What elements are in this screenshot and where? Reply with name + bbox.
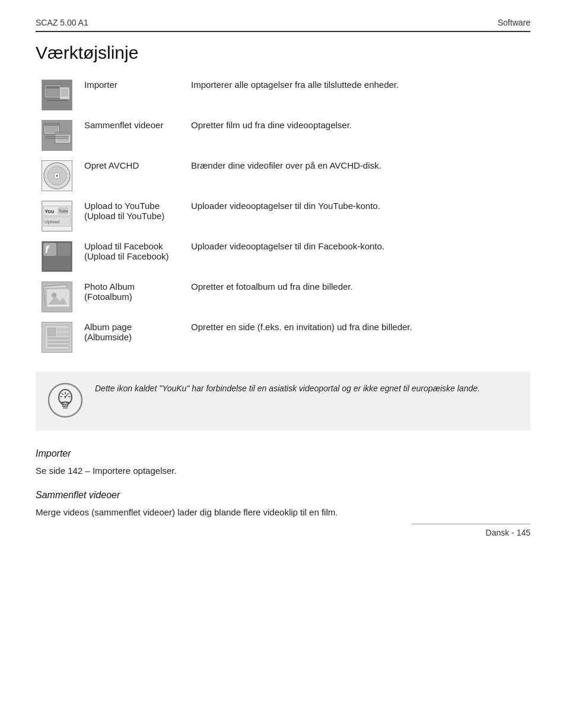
header-right: Software: [498, 18, 530, 27]
page-title: Værktøjslinje: [36, 43, 530, 63]
toolbar-item-description: Uploader videooptagelser til din Faceboo…: [185, 236, 530, 277]
page-header: SCAZ 5.00 A1 Software: [36, 18, 530, 32]
footer-label: Dansk - 145: [486, 528, 530, 537]
toolbar-icon-cell: [36, 317, 78, 357]
toolbar-table: ImporterImporterer alle optagelser fra a…: [36, 75, 530, 357]
toolbar-icon-cell: [36, 156, 78, 196]
tip-box: Dette ikon kaldet "YouKu" har forbindels…: [36, 372, 530, 431]
toolbar-item-description: Brænder dine videofiler over på en AVCHD…: [185, 156, 530, 196]
toolbar-item-description: Opretter film ud fra dine videooptagelse…: [185, 115, 530, 156]
toolbar-row: Sammenflet videoerOpretter film ud fra d…: [36, 115, 530, 156]
toolbar-icon-cell: You Tube Upload: [36, 196, 78, 236]
toolbar-row: Opret AVCHDBrænder dine videofiler over …: [36, 156, 530, 196]
svg-rect-48: [47, 341, 68, 343]
tip-icon: [47, 382, 83, 420]
toolbar-item-name: Opret AVCHD: [78, 156, 185, 196]
toolbar-item-name: Upload til Facebook (Upload til Facebook…: [78, 236, 185, 277]
icon-importer: [42, 80, 72, 110]
toolbar-row: f Upload til Facebook (Upload til Facebo…: [36, 236, 530, 277]
svg-point-20: [56, 175, 58, 177]
svg-rect-13: [55, 132, 71, 135]
toolbar-item-name: Album page (Albumside): [78, 317, 185, 357]
svg-rect-9: [45, 125, 58, 133]
svg-line-56: [67, 393, 69, 395]
toolbar-row: Album page (Albumside)Opretter en side (…: [36, 317, 530, 357]
svg-rect-47: [47, 337, 68, 340]
svg-line-55: [62, 393, 63, 395]
toolbar-row: ImporterImporterer alle optagelser fra a…: [36, 75, 530, 115]
toolbar-item-description: Uploader videooptagelser til din YouTube…: [185, 196, 530, 236]
svg-text:You: You: [44, 208, 54, 214]
header-left: SCAZ 5.00 A1: [36, 18, 88, 27]
svg-rect-12: [56, 134, 69, 142]
icon-facebook: f: [42, 241, 72, 272]
section-heading-1: Sammenflet videoer: [36, 490, 530, 501]
toolbar-row: You Tube Upload Upload to YouTube (Uploa…: [36, 196, 530, 236]
svg-rect-6: [61, 88, 68, 97]
section-body-0: Se side 142 – Importere optagelser.: [36, 464, 530, 478]
svg-line-62: [65, 395, 67, 397]
toolbar-item-name: Sammenflet videoer: [78, 115, 185, 156]
icon-avchd: [42, 160, 72, 191]
toolbar-item-name: Upload to YouTube (Upload til YouTube): [78, 196, 185, 236]
toolbar-item-description: Opretter en side (f.eks. en invitation) …: [185, 317, 530, 357]
svg-rect-44: [47, 328, 56, 336]
svg-rect-45: [57, 328, 68, 331]
svg-rect-33: [58, 243, 71, 256]
svg-rect-10: [44, 124, 59, 126]
svg-rect-46: [57, 333, 68, 336]
toolbar-item-name: Importer: [78, 75, 185, 115]
toolbar-icon-cell: [36, 115, 78, 156]
section-body-1: Merge videos (sammenflet videoer) lader …: [36, 505, 530, 520]
tip-text: Dette ikon kaldet "YouKu" har forbindels…: [95, 382, 480, 395]
svg-text:Tube: Tube: [59, 209, 68, 213]
page: SCAZ 5.00 A1 Software Værktøjslinje Impo…: [0, 0, 566, 555]
svg-text:Upload: Upload: [44, 219, 59, 224]
toolbar-item-name: Photo Album (Fotoalbum): [78, 277, 185, 317]
icon-photo: [42, 281, 72, 312]
footer: Dansk - 145: [412, 524, 530, 537]
toolbar-row: Photo Album (Fotoalbum)Opretter et fotoa…: [36, 277, 530, 317]
toolbar-icon-cell: f: [36, 236, 78, 277]
toolbar-item-description: Importerer alle optagelser fra alle tils…: [185, 75, 530, 115]
toolbar-item-description: Opretter et fotoalbum ud fra dine billed…: [185, 277, 530, 317]
sections-container: ImporterSe side 142 – Importere optagels…: [36, 448, 530, 520]
toolbar-icon-cell: [36, 277, 78, 317]
svg-point-39: [52, 293, 56, 297]
icon-youtube: You Tube Upload: [42, 201, 72, 232]
toolbar-icon-cell: [36, 75, 78, 115]
icon-album: [42, 322, 72, 353]
icon-merge: [42, 120, 72, 151]
svg-point-50: [49, 384, 82, 417]
svg-rect-49: [47, 344, 68, 347]
svg-rect-3: [46, 86, 60, 88]
section-heading-0: Importer: [36, 448, 530, 459]
